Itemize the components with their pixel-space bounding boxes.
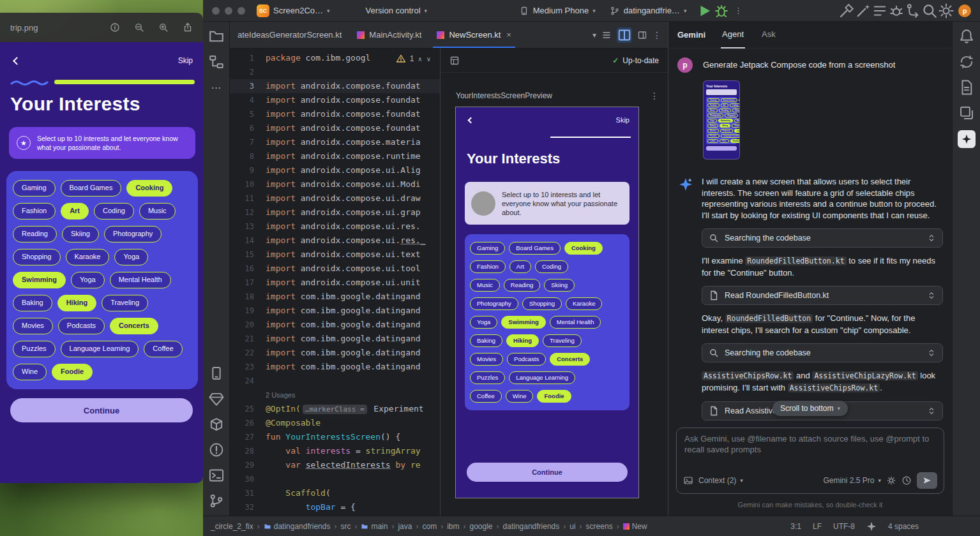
image-icon[interactable] (683, 475, 693, 486)
line-number[interactable]: 7 (230, 135, 266, 149)
breadcrumb-ibm[interactable]: ibm (447, 522, 459, 531)
settings-icon[interactable] (938, 3, 954, 19)
context-selector[interactable]: Context (2) ▾ (698, 476, 743, 485)
line-number[interactable]: 32 (230, 500, 266, 514)
tab-mainactivity[interactable]: MainActivity.kt (349, 22, 429, 48)
line-number[interactable]: 21 (230, 332, 266, 346)
branch-selector[interactable]: datingandfrie… ▾ (610, 6, 687, 16)
line-ending[interactable]: LF (813, 522, 822, 531)
folder-icon[interactable] (208, 28, 225, 45)
bell-icon[interactable] (958, 28, 975, 45)
zoom-out-icon[interactable] (134, 22, 144, 33)
scroll-to-bottom-button[interactable]: Scroll to bottom ▾ (773, 401, 848, 416)
preview-more-icon[interactable]: ⋮ (650, 91, 659, 101)
expand-stepper-icon[interactable] (927, 406, 936, 415)
breadcrumb-src[interactable]: src (340, 522, 351, 531)
sync-icon[interactable] (958, 54, 975, 70)
vcs-widget[interactable]: Version control ▾ (366, 6, 428, 15)
line-number[interactable]: 8 (230, 149, 266, 163)
tab-ask[interactable]: Ask (760, 22, 777, 48)
file-encoding[interactable]: UTF-8 (833, 522, 855, 531)
settings-icon[interactable] (886, 475, 896, 486)
bug-gear-icon[interactable] (888, 3, 905, 19)
chevron-down-icon[interactable]: ▾ (592, 31, 596, 40)
code-editor[interactable]: 1 ∧ ∨ 1package com.ibm.googl23import and… (230, 48, 441, 516)
line-number[interactable]: 6 (230, 121, 266, 135)
line-number[interactable]: 27 (230, 430, 266, 444)
breadcrumb-screens[interactable]: screens (586, 522, 613, 531)
screenshot-thumbnail[interactable]: Your Interests GamingBoard GamesCookingF… (703, 80, 740, 160)
debug-button[interactable] (713, 3, 730, 19)
line-number[interactable]: 28 (230, 444, 266, 458)
search-icon[interactable] (921, 3, 938, 19)
breadcrumb-datingandfriends[interactable]: datingandfriends (503, 522, 560, 531)
gemini-input[interactable] (684, 433, 936, 461)
device-manager-icon[interactable] (208, 365, 225, 382)
next-issue-icon[interactable]: ∨ (426, 56, 431, 63)
line-number[interactable]: 26 (230, 416, 266, 430)
more-icon[interactable]: ⋯ (208, 79, 225, 96)
send-button[interactable] (917, 472, 937, 489)
previous-issue-icon[interactable]: ∧ (418, 56, 422, 63)
model-selector[interactable]: Gemini 2.5 Pro ▾ (823, 476, 881, 485)
gemini-sparkle-icon[interactable] (958, 130, 976, 148)
info-icon[interactable] (110, 22, 120, 33)
caret-position[interactable]: 3:1 (790, 522, 801, 531)
layout-inspector-icon[interactable] (958, 105, 975, 121)
line-number[interactable]: 15 (230, 248, 266, 262)
line-number[interactable]: 1 (230, 51, 266, 65)
close-window-icon[interactable] (212, 7, 220, 15)
line-number[interactable]: 24 (230, 374, 266, 388)
zoom-in-icon[interactable] (158, 22, 169, 33)
project-selector[interactable]: SC Screen2Co… ▾ (257, 4, 330, 17)
tab-newscreen[interactable]: NewScreen.kt × (429, 22, 519, 48)
breadcrumb-datingandfriends[interactable]: datingandfriends (264, 522, 331, 531)
problems-icon[interactable] (208, 442, 225, 458)
merge-icon[interactable] (905, 3, 921, 19)
line-number[interactable]: 17 (230, 276, 266, 290)
gem-icon[interactable] (208, 391, 225, 407)
preview-layout-icon[interactable] (449, 56, 460, 66)
sparkle-icon[interactable] (866, 521, 877, 532)
line-number[interactable]: 18 (230, 290, 266, 304)
run-button[interactable] (697, 3, 713, 19)
line-number[interactable]: 5 (230, 107, 266, 121)
line-number[interactable]: 19 (230, 304, 266, 318)
wand-icon[interactable] (855, 3, 871, 19)
git-branch-icon[interactable] (208, 493, 225, 509)
more-actions-icon[interactable]: ⋮ (652, 30, 661, 40)
line-number[interactable]: 31 (230, 486, 266, 500)
line-number[interactable]: 22 (230, 346, 266, 360)
tab-agent[interactable]: Agent (721, 22, 745, 48)
line-number[interactable]: 12 (230, 205, 266, 220)
indent-setting[interactable]: 4 spaces (888, 522, 919, 531)
line-number[interactable]: 13 (230, 220, 266, 234)
list-icon[interactable] (871, 3, 888, 19)
tool-call-searching-the-codebase[interactable]: Searching the codebase (702, 228, 943, 248)
line-number[interactable]: 14 (230, 234, 266, 248)
line-number[interactable] (230, 388, 266, 402)
screwdriver-icon[interactable] (838, 3, 855, 19)
edit-document-icon[interactable] (958, 79, 975, 96)
maximize-window-icon[interactable] (237, 7, 245, 15)
breadcrumb-ui[interactable]: ui (569, 522, 575, 531)
package-icon[interactable] (208, 416, 225, 433)
list-view-icon[interactable] (601, 30, 612, 40)
line-number[interactable]: 4 (230, 93, 266, 107)
structure-icon[interactable] (208, 54, 225, 70)
terminal-icon[interactable] (208, 467, 225, 484)
tab-dateideasgeneratorscreen[interactable]: ateIdeasGeneratorScreen.kt (230, 22, 349, 48)
history-icon[interactable] (901, 475, 912, 486)
line-number[interactable]: 23 (230, 360, 266, 374)
line-number[interactable]: 2 (230, 65, 266, 79)
line-number[interactable]: 25 (230, 402, 266, 416)
minimize-window-icon[interactable] (225, 7, 232, 15)
expand-stepper-icon[interactable] (927, 291, 936, 300)
split-right-icon[interactable] (637, 30, 647, 40)
breadcrumb-new[interactable]: New (623, 522, 647, 531)
expand-stepper-icon[interactable] (927, 234, 936, 242)
inspections-widget[interactable]: 1 ∧ ∨ (392, 52, 435, 65)
close-tab-icon[interactable]: × (506, 30, 511, 40)
line-number[interactable]: 29 (230, 458, 266, 472)
breadcrumb-java[interactable]: java (398, 522, 412, 531)
